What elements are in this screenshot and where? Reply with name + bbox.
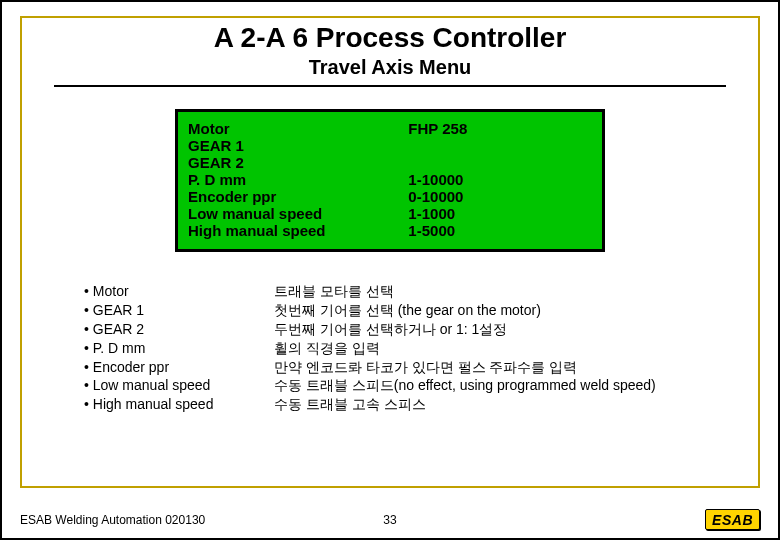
panel-row: GEAR 2 bbox=[188, 154, 592, 171]
settings-panel: MotorFHP 258 GEAR 1 GEAR 2 P. D mm1-1000… bbox=[175, 109, 605, 252]
footer-left-text: ESAB Welding Automation 020130 bbox=[20, 513, 267, 527]
divider bbox=[54, 85, 726, 87]
panel-value bbox=[408, 154, 592, 171]
bullet-desc: 수동 트래블 고속 스피스 bbox=[274, 395, 760, 414]
panel-row: P. D mm1-10000 bbox=[188, 171, 592, 188]
list-item: • Motor bbox=[84, 282, 274, 301]
bullet-name: P. D mm bbox=[93, 340, 146, 356]
panel-value: FHP 258 bbox=[408, 120, 592, 137]
slide: A 2-A 6 Process Controller Travel Axis M… bbox=[0, 0, 780, 540]
panel-value: 0-10000 bbox=[408, 188, 592, 205]
bullet-desc: 휠의 직경을 입력 bbox=[274, 339, 760, 358]
footer-right: ESAB bbox=[513, 509, 760, 530]
esab-logo: ESAB bbox=[705, 509, 760, 530]
footer: ESAB Welding Automation 020130 33 ESAB bbox=[20, 509, 760, 530]
bullet-name: Encoder ppr bbox=[93, 359, 169, 375]
list-item: • Encoder ppr bbox=[84, 358, 274, 377]
bullet-name: Low manual speed bbox=[93, 377, 211, 393]
bullet-desc: 만약 엔코드롸 타코가 있다면 펄스 주파수를 입력 bbox=[274, 358, 760, 377]
list-item: • High manual speed bbox=[84, 395, 274, 414]
list-item: • P. D mm bbox=[84, 339, 274, 358]
panel-label: Encoder ppr bbox=[188, 188, 408, 205]
bullet-name: High manual speed bbox=[93, 396, 214, 412]
page-title: A 2-A 6 Process Controller bbox=[20, 22, 760, 54]
list-item: • GEAR 1 bbox=[84, 301, 274, 320]
panel-row: High manual speed1-5000 bbox=[188, 222, 592, 239]
panel-row: MotorFHP 258 bbox=[188, 120, 592, 137]
bullet-names-col: • Motor • GEAR 1 • GEAR 2 • P. D mm • En… bbox=[84, 282, 274, 414]
panel-value: 1-5000 bbox=[408, 222, 592, 239]
bullet-desc: 트래블 모타를 선택 bbox=[274, 282, 760, 301]
panel-row: Low manual speed1-1000 bbox=[188, 205, 592, 222]
panel-row: Encoder ppr0-10000 bbox=[188, 188, 592, 205]
bullet-desc: 수동 트래블 스피드(no effect, using programmed w… bbox=[274, 376, 760, 395]
panel-label: GEAR 1 bbox=[188, 137, 408, 154]
bullet-name: GEAR 1 bbox=[93, 302, 144, 318]
bullet-list: • Motor • GEAR 1 • GEAR 2 • P. D mm • En… bbox=[84, 282, 760, 414]
panel-value bbox=[408, 137, 592, 154]
page-number: 33 bbox=[267, 513, 514, 527]
bullet-name: GEAR 2 bbox=[93, 321, 144, 337]
bullet-name: Motor bbox=[93, 283, 129, 299]
list-item: • GEAR 2 bbox=[84, 320, 274, 339]
panel-label: High manual speed bbox=[188, 222, 408, 239]
bullet-desc: 첫번째 기어를 선택 (the gear on the motor) bbox=[274, 301, 760, 320]
panel-label: GEAR 2 bbox=[188, 154, 408, 171]
panel-label: P. D mm bbox=[188, 171, 408, 188]
bullet-desc-col: 트래블 모타를 선택 첫번째 기어를 선택 (the gear on the m… bbox=[274, 282, 760, 414]
page-subtitle: Travel Axis Menu bbox=[20, 56, 760, 79]
panel-row: GEAR 1 bbox=[188, 137, 592, 154]
panel-value: 1-10000 bbox=[408, 171, 592, 188]
list-item: • Low manual speed bbox=[84, 376, 274, 395]
bullet-desc: 두번째 기어를 선택하거나 or 1: 1설정 bbox=[274, 320, 760, 339]
panel-label: Motor bbox=[188, 120, 408, 137]
panel-value: 1-1000 bbox=[408, 205, 592, 222]
panel-label: Low manual speed bbox=[188, 205, 408, 222]
